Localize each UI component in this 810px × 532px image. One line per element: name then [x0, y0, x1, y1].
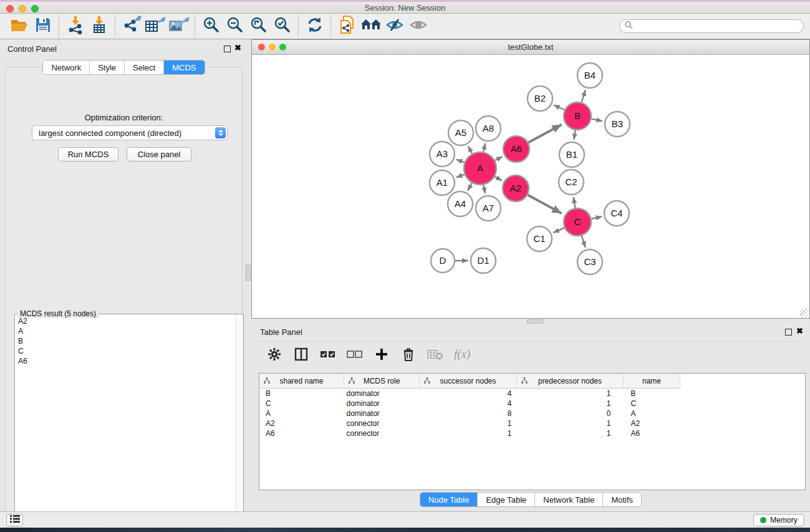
table-cell[interactable]: 1 [517, 428, 624, 438]
tab-node-table[interactable]: Node Table [420, 493, 478, 506]
table-cell[interactable]: 1 [517, 389, 624, 399]
table-cell[interactable]: 8 [420, 409, 517, 418]
edge-C-C1[interactable] [553, 228, 564, 233]
edge-A-A7[interactable] [483, 185, 485, 193]
tab-mcds[interactable]: MCDS [164, 60, 204, 74]
export-network-button[interactable] [120, 16, 143, 37]
table-cell[interactable]: 4 [420, 389, 517, 399]
table-cell[interactable]: 1 [420, 418, 517, 428]
home-neighbors-button[interactable] [359, 16, 383, 37]
table-cell[interactable]: 1 [420, 428, 517, 438]
close-panel-icon[interactable]: ✖ [234, 43, 241, 52]
select-all-columns-button[interactable] [320, 346, 336, 362]
table-cell[interactable]: 4 [420, 399, 517, 409]
table-cell[interactable]: C [624, 399, 680, 409]
export-table-button[interactable] [143, 16, 167, 37]
node-table-grid[interactable]: shared nameMCDS rolesuccessor nodesprede… [259, 374, 680, 438]
table-cell[interactable]: connector [344, 428, 420, 438]
edge-A-A3[interactable] [456, 160, 465, 163]
edge-A-A2[interactable] [495, 177, 502, 180]
zoom-in-button[interactable] [200, 16, 223, 37]
network-canvas[interactable]: B4B2BB3A5A8A6A3B1AA1C2A2A4A7C4CC1C3DD1 [252, 55, 809, 318]
edge-A-A6[interactable] [495, 157, 503, 160]
memory-button[interactable]: Memory [753, 514, 804, 526]
result-item[interactable]: A2 [18, 316, 234, 326]
table-row[interactable]: A2connector11A2 [259, 418, 680, 428]
table-cell[interactable]: A2 [624, 418, 680, 428]
edge-A2-C[interactable] [528, 195, 561, 214]
table-close-panel-icon[interactable]: ✖ [796, 326, 803, 336]
table-cell[interactable]: B [624, 389, 680, 399]
task-history-button[interactable] [6, 514, 23, 526]
import-table-button[interactable] [87, 16, 111, 37]
export-image-button[interactable] [167, 16, 191, 37]
table-cell[interactable]: dominator [344, 399, 420, 409]
float-panel-icon[interactable] [224, 46, 231, 52]
zoom-out-button[interactable] [223, 16, 247, 37]
delete-column-button[interactable] [400, 346, 417, 362]
edge-A-A4[interactable] [468, 183, 472, 191]
result-item[interactable]: B [18, 336, 234, 346]
tab-style[interactable]: Style [90, 60, 125, 74]
tab-motifs[interactable]: Motifs [603, 493, 641, 506]
show-columns-button[interactable] [293, 346, 309, 362]
table-cell[interactable]: dominator [344, 389, 420, 399]
create-column-button[interactable] [374, 346, 390, 362]
edge-B-B3[interactable] [592, 119, 603, 122]
window-resize-grip[interactable] [800, 309, 809, 317]
unselect-all-columns-button[interactable] [347, 346, 363, 362]
result-item[interactable]: A6 [18, 356, 234, 366]
import-network-button[interactable] [64, 16, 87, 37]
tab-select[interactable]: Select [125, 60, 164, 74]
table-row[interactable]: Adominator80A [259, 409, 680, 418]
result-scrollbar[interactable] [235, 314, 243, 525]
table-cell[interactable]: 1 [517, 418, 624, 428]
table-cell[interactable]: A6 [624, 428, 680, 438]
run-mcds-button[interactable]: Run MCDS [58, 147, 118, 162]
horizontal-splitter-handle[interactable] [527, 319, 543, 324]
result-item[interactable]: C [18, 346, 234, 356]
edge-A-A8[interactable] [483, 143, 485, 152]
table-cell[interactable]: B [259, 389, 344, 399]
table-settings-button[interactable] [266, 346, 282, 362]
table-float-panel-icon[interactable] [785, 329, 792, 336]
save-session-button[interactable] [31, 16, 55, 37]
edge-A-A5[interactable] [468, 146, 472, 153]
column-header-shared-name[interactable]: shared name [259, 374, 344, 389]
table-cell[interactable]: connector [344, 418, 420, 428]
refresh-button[interactable] [303, 16, 327, 37]
column-header-name[interactable]: name [624, 374, 680, 389]
table-cell[interactable]: A [624, 409, 680, 418]
mcds-result-list[interactable]: A2ABCA6 [16, 316, 234, 525]
table-row[interactable]: Bdominator41B [259, 389, 680, 399]
criterion-select[interactable]: largest connected component (directed) [32, 125, 228, 140]
tab-network[interactable]: Network [43, 60, 90, 74]
table-row[interactable]: A6connector11A6 [259, 428, 680, 438]
zoom-fit-button[interactable] [247, 16, 271, 37]
edge-C-C4[interactable] [591, 216, 602, 219]
hide-selected-button[interactable] [383, 16, 407, 37]
show-all-button[interactable] [407, 16, 430, 37]
column-header-successor-nodes[interactable]: successor nodes [420, 374, 517, 389]
table-cell[interactable]: A [259, 409, 344, 418]
result-item[interactable]: A [18, 326, 234, 336]
close-panel-button[interactable]: Close panel [127, 147, 191, 162]
network-window-titlebar[interactable]: testGlobe.txt [252, 40, 809, 55]
table-cell[interactable]: A6 [259, 428, 344, 438]
table-row[interactable]: Cdominator41C [259, 399, 680, 409]
table-cell[interactable]: 0 [517, 409, 624, 418]
column-header-predecessor-nodes[interactable]: predecessor nodes [517, 374, 624, 389]
edge-A-A1[interactable] [456, 175, 465, 178]
edge-B-B1[interactable] [574, 130, 575, 140]
edge-B-B4[interactable] [582, 90, 586, 102]
zoom-selected-button[interactable] [271, 16, 294, 37]
edge-C-C3[interactable] [582, 236, 586, 248]
column-header-MCDS-role[interactable]: MCDS role [344, 374, 420, 389]
table-cell[interactable]: C [259, 399, 344, 409]
table-cell[interactable]: A2 [259, 418, 344, 428]
edge-C-C2[interactable] [574, 197, 576, 208]
search-input[interactable] [635, 21, 803, 32]
edge-A6-B[interactable] [528, 125, 561, 143]
table-cell[interactable]: dominator [344, 409, 420, 418]
edge-B-B2[interactable] [554, 105, 564, 110]
